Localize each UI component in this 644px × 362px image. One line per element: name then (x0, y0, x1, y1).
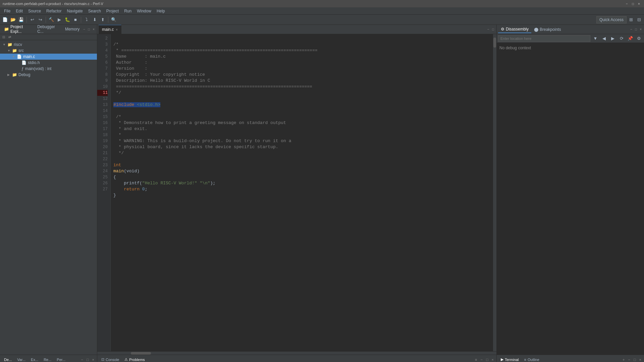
bottom-right-header: ▶ Terminal ≡ Outline + − □ × (497, 355, 644, 362)
tree-item-src[interactable]: ▼ 📁 src (0, 48, 97, 54)
bottom-tab-re[interactable]: Re... (41, 357, 54, 362)
close-button[interactable]: × (637, 1, 641, 6)
func-icon: ƒ (21, 66, 24, 71)
disasm-settings-btn[interactable]: ⚙ (635, 35, 643, 42)
maximize-button[interactable]: □ (631, 1, 635, 6)
editor-tab-mainc-close[interactable]: × (116, 28, 118, 32)
menu-run[interactable]: Run (121, 8, 134, 14)
disassembly-icon: ⚙ (501, 27, 504, 32)
disasm-back-btn[interactable]: ◀ (600, 35, 608, 42)
tb-save[interactable]: 💾 (17, 16, 25, 23)
tab-breakpoints[interactable]: ⬤ Breakpoints (531, 26, 564, 33)
menu-file[interactable]: File (1, 8, 13, 14)
tb-new[interactable]: 📄 (1, 16, 9, 23)
disasm-minimize-btn[interactable]: − (629, 27, 633, 32)
tab-memory[interactable]: Memory (62, 26, 82, 33)
location-input[interactable] (498, 35, 590, 42)
tb-run[interactable]: ▶ (56, 16, 63, 23)
tb-perspective1[interactable]: ⊞ (627, 16, 635, 23)
tree-item-mainfunc[interactable]: ƒ main(void) : int (0, 66, 97, 72)
tb-stepover[interactable]: ⤵ (83, 16, 90, 23)
src-folder-icon: 📁 (12, 48, 17, 53)
tb-debug[interactable]: 🐛 (64, 16, 71, 23)
menu-search[interactable]: Search (86, 8, 104, 14)
tb-search[interactable]: 🔍 (110, 16, 117, 23)
bottom-tab-outline[interactable]: ≡ Outline (522, 357, 542, 362)
panel-maximize-btn[interactable]: □ (87, 27, 91, 32)
tree-item-mainc[interactable]: ▼ 📄 main.c (0, 54, 97, 60)
code-editor[interactable]: 2 3 4 5 6 7 8 9 10 11 12 13 14 15 16 17 … (97, 34, 496, 351)
disasm-go-btn[interactable]: ▼ (592, 35, 599, 42)
tb-stepout[interactable]: ⬆ (99, 16, 106, 23)
tb-redo[interactable]: ↪ (37, 16, 44, 23)
terminal-label: Terminal (505, 358, 519, 362)
editor-controls: − □ (486, 27, 495, 32)
bottom-left-header: De... Var... Ex... Re... Per... − □ × (0, 355, 97, 362)
bottom-tab-per[interactable]: Per... (54, 357, 68, 362)
title-bar: runtime-com.perfxlab.perf-v.product - ri… (0, 0, 644, 7)
disasm-close-btn[interactable]: × (639, 27, 643, 32)
bottom-left-minimize[interactable]: − (79, 357, 84, 362)
minimize-button[interactable]: − (625, 1, 629, 6)
menu-edit[interactable]: Edit (13, 8, 25, 14)
collapse-all-btn[interactable]: ⊟ (1, 35, 6, 39)
bottom-center-minimize[interactable]: − (479, 357, 484, 362)
tree-label-src: src (18, 48, 24, 53)
tb-stop[interactable]: ■ (72, 16, 79, 23)
menu-project[interactable]: Project (104, 8, 121, 14)
bottom-center-filter[interactable]: ≡ (474, 357, 478, 362)
tab-project-explorer[interactable]: 📁 Project Expl... (1, 23, 35, 36)
link-editor-btn[interactable]: ⇄ (7, 35, 12, 39)
bottom-center-maximize[interactable]: □ (485, 357, 490, 362)
tb-build[interactable]: 🔨 (48, 16, 55, 23)
h-scrollbar[interactable] (97, 351, 496, 355)
editor-tab-mainc-label: main.c (102, 27, 114, 32)
tb-stepinto[interactable]: ⬇ (91, 16, 98, 23)
panel-controls: − □ × (82, 27, 96, 32)
menu-help[interactable]: Help (154, 8, 168, 14)
disasm-sync-btn[interactable]: ⟳ (618, 35, 625, 42)
bottom-left-maximize[interactable]: □ (85, 357, 90, 362)
editor-tabs: main.c × − □ (97, 25, 496, 34)
window-controls: − □ × (625, 1, 641, 6)
tree-item-riscv[interactable]: ▼ 📁 riscv (0, 42, 97, 48)
editor-maximize-btn[interactable]: □ (491, 27, 495, 32)
menu-refactor[interactable]: Refactor (44, 8, 64, 14)
quick-access-label[interactable]: Quick Access (596, 16, 627, 23)
bottom-tab-console[interactable]: ⊡ Console (99, 356, 122, 362)
tree-item-stdioh[interactable]: 📄 stdio.h (0, 60, 97, 66)
tab-disassembly[interactable]: ⚙ Disassembly (498, 26, 531, 33)
disasm-fwd-btn[interactable]: ▶ (609, 35, 616, 42)
menu-source[interactable]: Source (25, 8, 44, 14)
tb-perspective2[interactable]: ⊟ (635, 16, 643, 23)
terminal-minimize[interactable]: − (627, 357, 631, 362)
tab-debugger-console[interactable]: Debugger C... (35, 23, 62, 36)
panel-close-btn[interactable]: × (92, 27, 96, 32)
bottom-tab-problems[interactable]: ⚠ Problems (122, 356, 147, 362)
panel-minimize-btn[interactable]: − (82, 27, 86, 32)
editor-tab-mainc[interactable]: main.c × (99, 25, 121, 34)
terminal-close[interactable]: × (638, 357, 643, 362)
bottom-left-panel: De... Var... Ex... Re... Per... − □ × ⊟ … (0, 355, 97, 362)
problems-label: Problems (129, 358, 145, 362)
tb-undo[interactable]: ↩ (29, 16, 36, 23)
tree-item-debug[interactable]: ▶ 📁 Debug (0, 72, 97, 78)
menu-navigate[interactable]: Navigate (64, 8, 85, 14)
bottom-tab-ex[interactable]: Ex... (28, 357, 41, 362)
bottom-tab-de[interactable]: De... (1, 357, 14, 362)
disasm-pin-btn[interactable]: 📌 (627, 35, 634, 42)
tb-open[interactable]: 📂 (9, 16, 17, 23)
menu-window[interactable]: Window (134, 8, 154, 14)
code-content[interactable]: /* * ===================================… (111, 34, 493, 351)
bottom-tab-terminal[interactable]: ▶ Terminal (498, 356, 522, 362)
disasm-maximize-btn[interactable]: □ (634, 27, 638, 32)
tree-arrow-src: ▼ (7, 49, 12, 52)
editor-scrollbar[interactable] (493, 34, 496, 351)
bottom-right-panel: ▶ Terminal ≡ Outline + − □ × (496, 355, 644, 362)
terminal-maximize[interactable]: □ (632, 357, 637, 362)
bottom-tab-var[interactable]: Var... (14, 357, 28, 362)
editor-minimize-btn[interactable]: − (486, 27, 490, 32)
terminal-new-btn[interactable]: + (621, 357, 626, 362)
bottom-left-close[interactable]: × (91, 357, 96, 362)
bottom-center-close[interactable]: × (490, 357, 495, 362)
